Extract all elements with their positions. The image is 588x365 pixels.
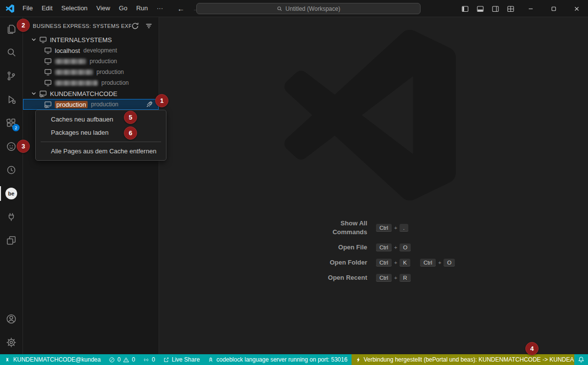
server-gear-icon [44, 100, 52, 108]
keybinding-chip: R [400, 274, 410, 282]
tree-item-description: production [96, 69, 124, 75]
keybinding-chip: Ctrl [376, 224, 392, 232]
tree-item-production-selected[interactable]: production production [23, 99, 159, 110]
ports-indicator[interactable]: 0 [139, 354, 159, 365]
shortcut-label: Show All Commands [314, 219, 367, 237]
toggle-sidebar-left-icon[interactable] [459, 3, 471, 15]
menu-run[interactable]: Run [132, 0, 152, 17]
menubar: File Edit Selection View Go Run ··· [18, 0, 167, 17]
connection-status[interactable]: Verbindung hergestellt (bePortal und bea… [352, 354, 574, 365]
keybinding-chip: . [400, 224, 408, 232]
server-icon [44, 68, 52, 76]
extensions-badge: 2 [12, 124, 20, 131]
sidebar-title: BUSINESS EXPRESS: SYSTEMS EXPLOR... [33, 23, 131, 29]
plus-separator: + [394, 225, 397, 231]
shortcut-open-file: Open File Ctrl + O [314, 243, 530, 252]
live-share-button[interactable]: Live Share [159, 354, 204, 365]
menu-file[interactable]: File [18, 0, 37, 17]
shortcut-open-recent: Open Recent Ctrl + R [314, 273, 530, 282]
annotation-badge-2: 2 [17, 19, 30, 32]
command-center[interactable]: Untitled (Workspace) [196, 3, 421, 14]
remote-icon [4, 356, 11, 363]
redacted-text [55, 59, 86, 64]
extensions-icon[interactable]: 2 [0, 111, 23, 135]
menu-edit[interactable]: Edit [37, 0, 57, 17]
vscode-logo-icon [6, 4, 14, 13]
search-view-icon[interactable] [0, 41, 23, 64]
server-gear-icon [39, 90, 47, 97]
problems-indicator[interactable]: 0 0 [105, 354, 139, 365]
notifications-bell-icon[interactable] [574, 354, 588, 365]
live-share-label: Live Share [172, 356, 200, 363]
customize-layout-icon[interactable] [505, 3, 517, 15]
keybinding-chip: Ctrl [376, 243, 392, 251]
business-express-view-icon[interactable]: be [0, 182, 23, 205]
redacted-text [55, 70, 93, 75]
run-debug-icon[interactable] [0, 88, 23, 111]
search-icon [277, 6, 282, 12]
shortcut-label: Open Recent [314, 273, 367, 282]
systems-tree: INTERNALSYSTEMS localhost development pr… [23, 34, 159, 110]
server-icon [39, 36, 47, 44]
menu-go[interactable]: Go [115, 0, 132, 17]
keybinding-chip: K [400, 259, 410, 267]
minimize-button[interactable] [519, 0, 542, 17]
ports-count: 0 [152, 356, 155, 363]
activity-bar: 2 be [0, 17, 23, 354]
annotation-badge-1: 1 [155, 94, 168, 107]
warning-icon [123, 357, 129, 363]
settings-gear-icon[interactable] [0, 331, 23, 354]
shortcut-label: Open Folder [314, 258, 367, 267]
language-server-status[interactable]: codeblock language server running on por… [204, 354, 352, 365]
account-icon[interactable] [0, 307, 23, 331]
tree-item-kundenmatchcode[interactable]: KUNDENMATCHCODE [23, 88, 159, 99]
chevron-down-icon [30, 90, 38, 97]
menu-item-remove-pages-from-cache[interactable]: Alle Pages aus dem Cache entfernen [38, 145, 164, 158]
tree-item-description: production [90, 58, 117, 65]
keybinding-chip: O [444, 259, 455, 267]
vscode-watermark-icon [284, 29, 456, 201]
remote-indicator[interactable]: KUNDENMATCHCODE@kundea [0, 354, 105, 365]
shortcut-open-folder: Open Folder Ctrl + K Ctrl + O [314, 258, 530, 267]
windows-layers-icon[interactable] [0, 229, 23, 252]
tree-item-redacted-1[interactable]: production [23, 56, 159, 67]
menu-selection[interactable]: Selection [57, 0, 92, 17]
status-bar: KUNDENMATCHCODE@kundea 0 0 0 Live Share … [0, 354, 588, 365]
annotation-badge-4: 4 [525, 342, 539, 355]
close-button[interactable] [565, 0, 588, 17]
source-control-icon[interactable] [0, 64, 23, 88]
error-count: 0 [118, 356, 121, 363]
tree-item-internalsystems[interactable]: INTERNALSYSTEMS [23, 34, 159, 45]
language-server-message: codeblock language server running on por… [216, 356, 348, 363]
tree-item-localhost[interactable]: localhost development [23, 45, 159, 56]
refresh-icon[interactable] [131, 22, 139, 30]
redacted-text [55, 80, 98, 86]
menu-overflow[interactable]: ··· [152, 0, 167, 17]
menu-item-rebuild-caches[interactable]: Caches neu aufbauen [38, 113, 164, 126]
plug-connect-icon[interactable] [0, 205, 23, 229]
error-icon [109, 357, 115, 363]
menu-view[interactable]: View [92, 0, 115, 17]
editor-area: Show All Commands Ctrl + . Open File Ctr… [160, 17, 588, 354]
context-menu: Caches neu aufbauen Packages neu laden A… [35, 110, 166, 161]
tree-item-description: production [91, 101, 118, 108]
keybinding-chip: O [400, 243, 411, 251]
command-center-label: Untitled (Workspace) [285, 5, 340, 12]
tree-item-redacted-3[interactable]: production [23, 77, 159, 88]
menu-item-reload-packages[interactable]: Packages neu laden [38, 126, 164, 139]
rocket-icon [208, 357, 214, 363]
tree-item-label: localhost [55, 47, 80, 54]
navigate-back-icon[interactable]: ← [177, 4, 185, 13]
shortcut-label: Open File [314, 243, 367, 252]
connect-plug-icon[interactable] [145, 100, 153, 108]
sidebar-header: BUSINESS EXPRESS: SYSTEMS EXPLOR... [23, 17, 159, 34]
history-clock-icon[interactable] [0, 158, 23, 182]
toggle-panel-icon[interactable] [474, 3, 486, 15]
remote-label: KUNDENMATCHCODE@kundea [13, 356, 101, 363]
tree-item-redacted-2[interactable]: production [23, 67, 159, 77]
tree-item-label: INTERNALSYSTEMS [50, 36, 112, 44]
filter-icon[interactable] [145, 22, 153, 30]
toggle-sidebar-right-icon[interactable] [490, 3, 501, 15]
plus-separator: + [438, 260, 441, 266]
maximize-button[interactable] [542, 0, 565, 17]
